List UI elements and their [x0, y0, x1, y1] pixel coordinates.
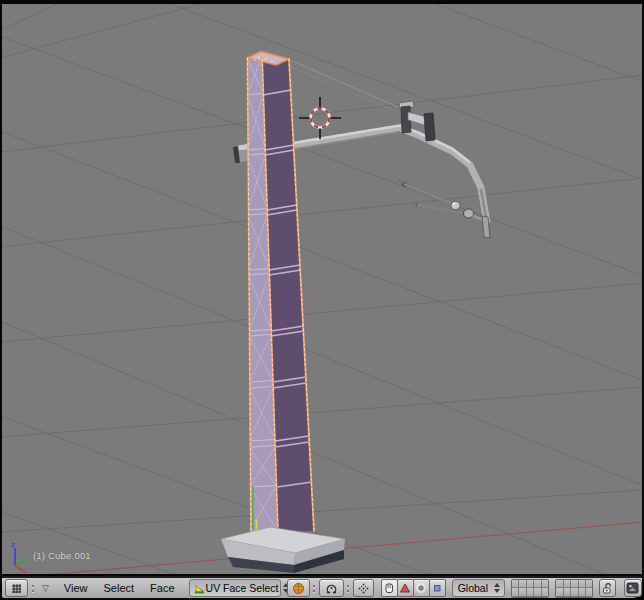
pivot-dropdown[interactable] [319, 579, 343, 597]
viewport-header: ▽ View Select Face UV Face Select [2, 576, 642, 598]
layer-buttons-group-2[interactable] [555, 579, 593, 598]
rotate-circle-icon [415, 582, 427, 594]
center-points-icon [357, 582, 370, 595]
manipulator-translate-button[interactable] [397, 579, 414, 597]
unlocked-padlock-icon [601, 582, 613, 595]
manipulator-rotate-button[interactable] [413, 579, 430, 597]
axis-gizmo: z [11, 540, 29, 573]
3d-cursor[interactable] [299, 97, 341, 139]
manipulator-buttons [382, 579, 446, 597]
header-separator[interactable] [345, 580, 352, 596]
menu-view[interactable]: View [64, 582, 88, 594]
manipulator-scale-button[interactable] [429, 579, 446, 597]
rotation-pivot-icon [325, 582, 338, 595]
menu-select[interactable]: Select [104, 582, 135, 594]
header-separator[interactable] [29, 580, 36, 596]
hand-icon [383, 582, 395, 594]
blender-window: z (1) Cube.001 ▽ View Select Face UV Fac… [0, 0, 644, 600]
scale-square-icon [431, 582, 443, 594]
orientation-dropdown-value: Global [456, 582, 490, 594]
center-points-button[interactable] [353, 579, 373, 597]
header-separator[interactable] [311, 580, 318, 596]
face-select-icon [193, 582, 206, 595]
render-preview-button[interactable] [624, 579, 642, 597]
viewport-canvas[interactable]: z [2, 4, 642, 574]
menu-collapse-toggle[interactable]: ▽ [42, 583, 49, 593]
manipulator-hand-button[interactable] [381, 579, 398, 597]
gizmo-z-label: z [11, 540, 15, 549]
lock-button[interactable] [599, 579, 615, 597]
orientation-dropdown[interactable]: Global [452, 579, 505, 597]
catenary-cables [284, 59, 407, 116]
mast-base-model [221, 527, 345, 573]
image-icon [626, 582, 639, 594]
translate-triangle-icon [399, 582, 411, 594]
menu-face[interactable]: Face [150, 582, 174, 594]
grid-lines [2, 4, 642, 574]
catenary-mast-model [248, 52, 315, 534]
mode-dropdown[interactable]: UV Face Select [189, 579, 281, 597]
3d-viewport[interactable]: z (1) Cube.001 [2, 4, 642, 574]
cantilever-arm-model [290, 101, 490, 238]
layer-buttons-group-1[interactable] [511, 579, 549, 598]
grid-editor-icon [10, 582, 23, 595]
editor-type-button[interactable] [5, 579, 28, 597]
updown-arrows-icon [494, 583, 500, 593]
active-object-label: (1) Cube.001 [33, 550, 91, 561]
draw-type-dropdown[interactable] [287, 579, 310, 597]
textured-sphere-icon [292, 582, 305, 595]
mode-dropdown-value: UV Face Select [206, 582, 279, 594]
